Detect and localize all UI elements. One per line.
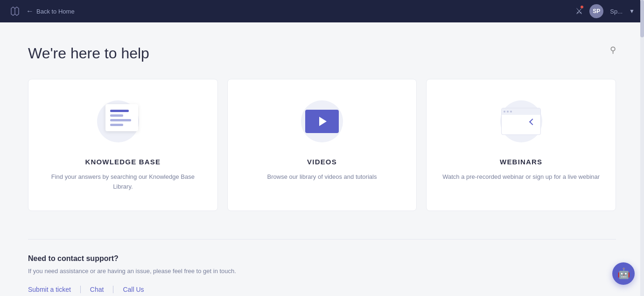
notification-bell[interactable]: ⚔ [575,6,583,16]
support-title: Need to contact support? [28,254,616,263]
video-thumbnail [305,110,339,133]
webinars-card[interactable]: WEBINARS Watch a pre-recorded webinar or… [426,79,616,211]
kb-line-1 [110,110,129,112]
webinars-desc: Watch a pre-recorded webinar or sign up … [442,172,600,182]
submit-ticket-link[interactable]: Submit a ticket [28,286,81,293]
kb-doc [105,104,138,131]
videos-icon-area [294,98,350,145]
header-right: ⚔ SP Sp... ▼ [575,4,635,18]
support-section: Need to contact support? If you need ass… [28,239,616,293]
chat-widget[interactable]: 🤖 [612,262,635,285]
support-links: Submit a ticket Chat Call Us [28,286,616,293]
webinar-dot-3 [510,111,512,113]
kb-line-4 [110,124,123,126]
video-icon-wrapper [296,100,348,142]
avatar[interactable]: SP [589,4,603,18]
cursor-icon [529,119,536,125]
user-name[interactable]: Sp... [610,8,623,15]
webinar-body [502,115,540,120]
avatar-initials: SP [593,8,600,14]
page-title: We're here to help [28,45,616,62]
chevron-down-icon[interactable]: ▼ [629,8,635,14]
webinar-dot-1 [504,111,505,113]
webinars-title: WEBINARS [500,158,542,166]
webinar-icon-wrapper [496,100,547,142]
chat-link[interactable]: Chat [90,286,114,293]
play-icon [319,117,327,126]
header: ← Back to Home ⚔ SP Sp... ▼ [0,0,644,22]
webinar-header-bar [502,108,540,115]
header-left: ← Back to Home [9,6,75,17]
videos-card[interactable]: VIDEOS Browse our library of videos and … [227,79,417,211]
logo [9,6,21,17]
back-to-home-link[interactable]: ← Back to Home [26,7,75,15]
cards-row: KNOWLEDGE BASE Find your answers by sear… [28,79,616,211]
logo-icon [9,6,21,17]
notification-dot [580,5,584,9]
call-us-link[interactable]: Call Us [123,286,144,293]
webinar-screen [501,108,541,135]
videos-desc: Browse our library of videos and tutoria… [267,172,377,182]
kb-icon-area [95,98,151,145]
kb-title: KNOWLEDGE BASE [85,158,161,166]
search-icon[interactable]: ⚲ [610,45,616,55]
kb-desc: Find your answers by searching our Knowl… [42,172,203,192]
main-content: ⚲ We're here to help KNOWLEDGE BASE Find… [0,22,644,296]
chat-bot-icon: 🤖 [617,268,630,280]
webinars-icon-area [493,98,549,145]
back-arrow-icon: ← [26,7,34,15]
kb-line-3 [110,119,131,121]
videos-title: VIDEOS [307,158,337,166]
back-label: Back to Home [36,8,75,15]
webinar-dot-2 [507,111,509,113]
kb-icon-wrapper [97,100,148,142]
support-desc: If you need assistance or are having an … [28,268,616,275]
kb-line-2 [110,114,123,117]
knowledge-base-card[interactable]: KNOWLEDGE BASE Find your answers by sear… [28,79,218,211]
